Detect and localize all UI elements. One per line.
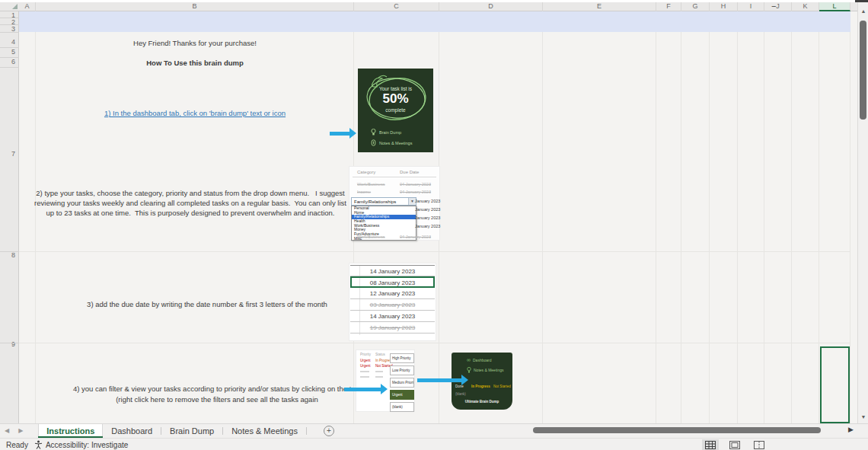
date-row-completed: 03 January 2023 — [350, 299, 435, 311]
tab-notes-meetings[interactable]: Notes & Meetings — [223, 424, 306, 438]
accessibility-button[interactable]: Accessibility: Investigate — [34, 440, 128, 449]
date-row-selected: 08 January 2023 — [350, 276, 435, 288]
status-not-started: Not Started — [493, 385, 511, 388]
accessibility-icon — [34, 440, 43, 449]
priority-cell: Urgent — [360, 364, 371, 368]
horizontal-scrollbar-thumb[interactable] — [533, 427, 821, 433]
progress-caption-top: Your task list is — [358, 86, 433, 91]
col-header-i[interactable]: I — [738, 2, 764, 11]
tab-brain-dump[interactable]: Brain Dump — [161, 424, 222, 438]
tab-instructions[interactable]: Instructions — [38, 424, 103, 438]
page-break-view-button[interactable] — [751, 439, 767, 450]
row-header-8[interactable]: 8 — [0, 251, 15, 259]
col-header-g[interactable]: G — [681, 2, 710, 11]
col-header-f[interactable]: F — [656, 2, 681, 11]
faded-category-cell: Work/Business — [357, 182, 385, 187]
faded-date-cell: 04 January 2023 — [400, 190, 431, 194]
dashboard-nav-item: ∞ Dashboard — [467, 357, 491, 362]
vertical-scrollbar-thumb[interactable] — [860, 21, 866, 120]
gridline — [19, 251, 850, 252]
add-sheet-button[interactable]: + — [324, 426, 334, 436]
date-row: 12 January 2023 — [350, 288, 435, 299]
col-header-j[interactable]: J — [764, 2, 792, 11]
priority-column-header: Priority — [360, 353, 371, 356]
paperclip-icon — [371, 139, 376, 146]
filter-button-medium: Medium Priority — [390, 378, 414, 388]
filter-button-low: Low Priority — [390, 365, 414, 375]
dashboard-progress-image: Your task list is 50% complete Brain Dum… — [358, 69, 433, 152]
page-layout-icon — [729, 441, 740, 449]
notes-meetings-label: Notes & Meetings — [474, 368, 503, 372]
gridline — [35, 32, 36, 423]
row-divider — [0, 57, 19, 58]
filter-button-high: High Priority — [390, 353, 414, 363]
scroll-down-icon[interactable]: ▼ — [858, 414, 868, 420]
greeting-text: Hey Friend! Thanks for your purchase! — [36, 38, 354, 48]
col-header-c[interactable]: C — [354, 2, 439, 11]
col-header-h[interactable]: H — [710, 2, 738, 11]
notes-meetings-nav-item: Notes & Meetings — [467, 367, 503, 373]
dashboard-label: Dashboard — [473, 358, 491, 362]
category-column-header: Category — [357, 170, 375, 174]
gridline — [542, 32, 543, 423]
scroll-right-icon[interactable]: ▶ — [848, 426, 854, 433]
step4-text-line1: 4) you can filter & view your tasks acco… — [57, 384, 377, 394]
vertical-scrollbar[interactable]: ▲ ▼ — [857, 2, 868, 423]
gridline — [656, 32, 656, 423]
tab-dashboard[interactable]: Dashboard — [103, 424, 161, 438]
priority-filter-image: Priority Status Urgent In Progress Urgen… — [356, 349, 415, 412]
page-layout-view-button[interactable] — [726, 439, 743, 450]
brain-dump-nav-item: Brain Dump — [371, 129, 401, 136]
faded-row-line — [360, 376, 369, 378]
zoom-out-button[interactable]: − — [771, 2, 776, 11]
gridline — [709, 32, 710, 423]
col-header-d[interactable]: D — [439, 2, 543, 11]
tab-scroll-left-icon[interactable]: ◀ — [0, 424, 14, 438]
col-header-b[interactable]: B — [36, 2, 354, 11]
progress-caption-bottom: complete — [358, 107, 433, 113]
step1-hyperlink[interactable]: 1) In the dashboard tab, click on 'brain… — [36, 108, 354, 118]
faded-category-cell: Income — [357, 190, 371, 194]
normal-view-button[interactable] — [702, 439, 719, 450]
filter-button-blank: (blank) — [390, 402, 414, 412]
row-header-5[interactable]: 5 — [0, 48, 15, 56]
category-combobox: Family/Relationships ▼ — [351, 197, 416, 206]
status-column-header: Status — [375, 353, 385, 356]
row-header-7[interactable]: 7 — [0, 150, 15, 158]
col-header-l-selected[interactable]: L — [819, 2, 850, 11]
row-divider — [0, 32, 19, 33]
brain-dump-label: Brain Dump — [379, 130, 401, 135]
gridline — [19, 343, 850, 343]
side-date: January 2023 — [415, 224, 440, 228]
row-header-4[interactable]: 4 — [0, 38, 15, 46]
scroll-up-icon[interactable]: ▲ — [858, 8, 868, 14]
page-title: How To Use this brain dump — [36, 58, 354, 68]
accessibility-label: Accessibility: Investigate — [46, 441, 128, 449]
side-date: January 2023 — [415, 207, 440, 212]
col-header-k[interactable]: K — [792, 2, 819, 11]
progress-percent: 50% — [358, 91, 433, 107]
arrow-to-in-progress — [417, 378, 461, 382]
row-header-6[interactable]: 6 — [0, 58, 15, 65]
table-rule — [353, 177, 436, 177]
col-header-e[interactable]: E — [543, 2, 656, 11]
gridline — [764, 32, 764, 423]
gridline — [850, 32, 850, 423]
header-banner-fill — [19, 11, 850, 32]
col-header-a[interactable]: A — [19, 2, 36, 11]
brain-dump-title: Ultimate Brain Dump — [452, 400, 512, 404]
status-in-progress: In Progress — [471, 385, 490, 388]
filter-button-urgent-selected: Urgent — [390, 390, 414, 400]
select-all-corner[interactable] — [12, 4, 18, 9]
faded-row-line — [360, 371, 369, 372]
status-bar: Ready Accessibility: Investigate — [0, 438, 868, 450]
side-date: January 2023 — [415, 215, 440, 220]
row-header-9[interactable]: 9 — [0, 340, 15, 348]
gridline — [681, 32, 681, 423]
gridline — [819, 32, 819, 423]
faded-category-cell: Work/Business — [357, 235, 385, 239]
tab-separator — [306, 427, 307, 435]
tab-scroll-right-icon[interactable]: ▶ — [14, 424, 27, 438]
grid-view-icon — [705, 441, 716, 449]
row-divider — [0, 67, 19, 68]
